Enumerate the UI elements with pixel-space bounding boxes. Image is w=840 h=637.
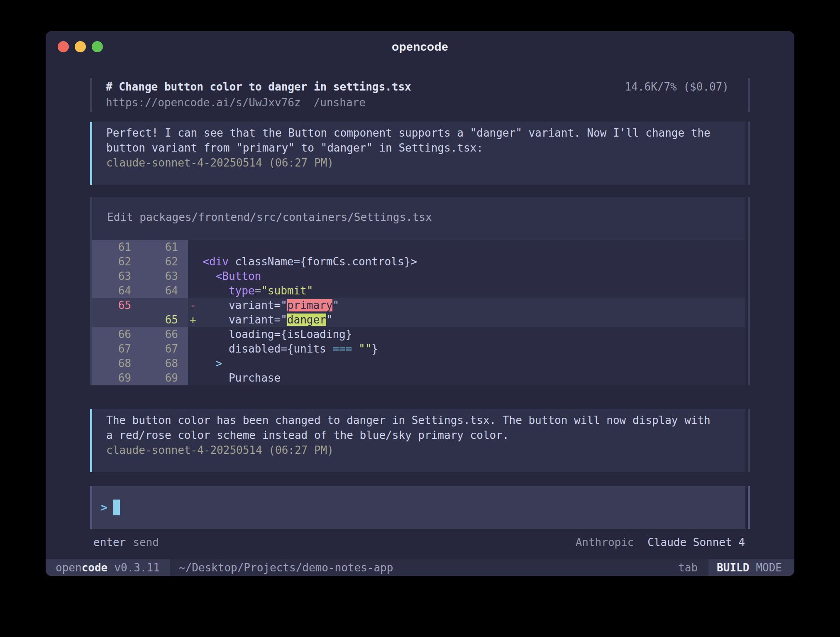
tab-key-hint: tab [678,561,698,574]
diff-row: 6868 > [92,356,745,371]
message-line: button variant from "primary" to "danger… [106,140,745,155]
assistant-message: Perfect! I can see that the Button compo… [90,122,750,185]
gutter-new-line-number: 61 [139,240,188,255]
edit-tool-card: Edit packages/frontend/src/containers/Se… [90,197,750,385]
gutter-old-line-number: 68 [92,356,139,371]
message-line: The button color has been changed to dan… [106,413,745,428]
gutter-old-line-number: 67 [92,342,139,356]
diff-row: 6363 <Button [92,269,745,284]
diff-view: 61616262 <div className={formCs.controls… [92,240,745,385]
gutter-old-line-number: 65 [92,298,139,313]
title-bar: opencode [46,31,794,63]
diff-row: 6262 <div className={formCs.controls}> [92,255,745,269]
model-meta: claude-sonnet-4-20250514 (06:27 PM) [106,155,745,170]
diff-code-line: + variant="danger" [188,313,745,327]
gutter-new-line-number: 67 [139,342,188,356]
diff-code-line: > [188,356,745,371]
gutter-new-line-number: 66 [139,327,188,342]
share-url[interactable]: https://opencode.ai/s/UwJxv76z [106,96,301,109]
gutter-new-line-number: 63 [139,269,188,284]
mode-toggle[interactable]: BUILD MODE [708,559,794,576]
token-usage: 14.6K/7% ($0.07) [625,79,745,95]
prompt-input-block: > [90,486,750,529]
mode-build-label: BUILD [717,561,749,574]
gutter-old-line-number: 64 [92,284,139,298]
prompt-input[interactable]: > [92,486,745,529]
app-version-segment: opencode v0.3.11 [46,559,170,576]
gutter-old-line-number: 62 [92,255,139,269]
mode-label: MODE [756,561,782,574]
model-name: Claude Sonnet 4 [647,536,745,549]
gutter-old-line-number: 61 [92,240,139,255]
hint-row: enter send Anthropic Claude Sonnet 4 [90,535,750,550]
status-bar: opencode v0.3.11 ~/Desktop/Projects/demo… [46,559,794,576]
session-title: # Change button color to danger in setti… [106,79,411,95]
unshare-command: /unshare [314,96,366,109]
working-directory: ~/Desktop/Projects/demo-notes-app [179,561,393,574]
message-text: Perfect! I can see that the Button compo… [106,125,745,155]
diff-row: 6969 Purchase [92,371,745,385]
diff-row: 65- variant="primary" [92,298,745,313]
diff-code-line: type="submit" [188,284,745,298]
edit-file-path: Edit packages/frontend/src/containers/Se… [92,197,745,240]
session-header: # Change button color to danger in setti… [90,78,750,112]
message-line: Perfect! I can see that the Button compo… [106,125,745,140]
diff-scrollbar [748,197,750,385]
enter-key-hint: enter [93,536,126,549]
provider-name: Anthropic [576,536,634,549]
message-line: a red/rose color scheme instead of the b… [106,428,745,443]
gutter-new-line-number: 69 [139,371,188,385]
diff-row: 6767 disabled={units === ""} [92,342,745,356]
prompt-symbol: > [101,501,107,514]
diff-code-line [188,240,745,255]
message-right-bar [748,122,750,185]
window-title: opencode [46,40,794,54]
gutter-old-line-number: 69 [92,371,139,385]
gutter-new-line-number: 64 [139,284,188,298]
gutter-old-line-number: 63 [92,269,139,284]
gutter-old-line-number [92,313,139,327]
diff-code-line: <Button [188,269,745,284]
diff-code-line: - variant="primary" [188,298,745,313]
diff-row: 6161 [92,240,745,255]
gutter-new-line-number: 68 [139,356,188,371]
app-version: v0.3.11 [114,561,160,574]
app-window: opencode # Change button color to danger… [46,31,794,576]
input-right-bar [748,486,750,529]
diff-row: 6464 type="submit" [92,284,745,298]
diff-code-line: <div className={formCs.controls}> [188,255,745,269]
model-meta: claude-sonnet-4-20250514 (06:27 PM) [106,443,745,458]
gutter-new-line-number [139,298,188,313]
gutter-old-line-number: 66 [92,327,139,342]
assistant-message: The button color has been changed to dan… [90,409,750,472]
gutter-new-line-number: 62 [139,255,188,269]
message-text: The button color has been changed to dan… [106,413,745,443]
message-right-bar [748,409,750,472]
header-right-bar [748,78,750,112]
gutter-new-line-number: 65 [139,313,188,327]
diff-row: 6666 loading={isLoading} [92,327,745,342]
text-cursor [113,500,120,515]
send-action-hint: send [133,536,159,549]
app-name-code: code [82,561,108,574]
app-name-open: open [56,561,82,574]
diff-code-line: Purchase [188,371,745,385]
diff-row: 65+ variant="danger" [92,313,745,327]
diff-code-line: disabled={units === ""} [188,342,745,356]
diff-code-line: loading={isLoading} [188,327,745,342]
